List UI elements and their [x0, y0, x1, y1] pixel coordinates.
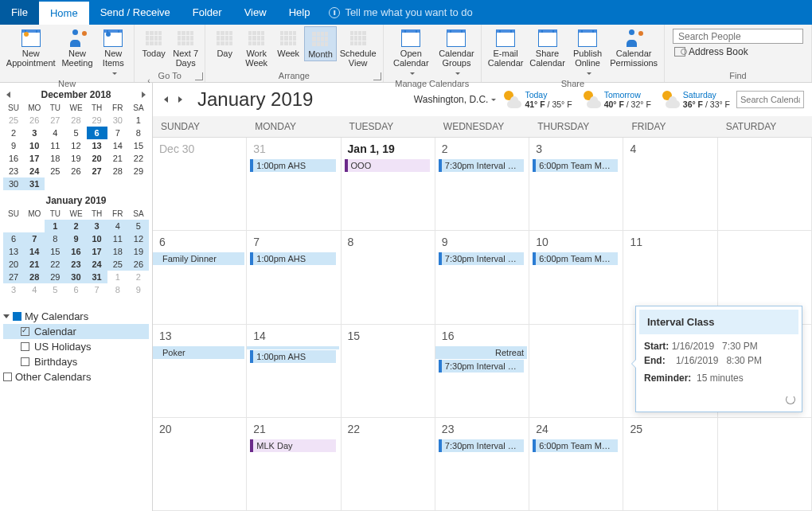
calendar-event[interactable]: 7:30pm Interval Class [439, 159, 524, 172]
mini-day[interactable]: 30 [3, 177, 24, 190]
ribbon-day[interactable]: Day [209, 26, 240, 60]
mini-day[interactable]: 7 [24, 232, 45, 245]
mini-day[interactable]: 31 [87, 271, 107, 283]
ribbon-e-mail-calendar[interactable]: E-mail Calendar [485, 26, 526, 69]
dialog-launcher-icon[interactable] [195, 72, 203, 80]
mini-day[interactable]: 5 [45, 283, 65, 296]
mini-day[interactable]: 28 [107, 165, 128, 177]
mini-day[interactable]: 19 [65, 152, 86, 165]
calendar-event[interactable]: Poker [153, 346, 244, 359]
ribbon-today[interactable]: Today [138, 26, 170, 60]
calendar-event[interactable]: 7:30pm Interval Class [439, 439, 524, 452]
mini-day[interactable]: 16 [3, 152, 24, 165]
mini-day[interactable]: 26 [65, 165, 86, 177]
search-people-input[interactable] [673, 29, 803, 44]
ribbon-new-appointment[interactable]: New Appointment [3, 26, 58, 69]
mini-day[interactable]: 25 [3, 114, 24, 127]
mini-day[interactable]: 25 [45, 165, 65, 177]
calendar-event[interactable]: 6:00pm Team Meeting; Zoom [533, 252, 618, 265]
calendar-event[interactable]: 6:00pm Team Meeting; Zoom [533, 439, 618, 452]
calendar-list-item[interactable]: Birthdays [3, 354, 149, 369]
mini-day[interactable]: 30 [65, 271, 86, 283]
tab-file[interactable]: File [0, 0, 39, 25]
day-cell[interactable]: 6Family Dinner [153, 231, 247, 323]
mini-day[interactable]: 5 [128, 220, 149, 232]
ribbon-open-calendar[interactable]: Open Calendar [387, 26, 435, 79]
calendar-event[interactable]: 1:00pm AHS [250, 159, 335, 172]
ribbon-publish-online[interactable]: Publish Online [568, 26, 607, 79]
mini-day[interactable]: 1 [128, 114, 149, 127]
mini-day[interactable]: 20 [87, 152, 107, 165]
mini-day[interactable]: 27 [87, 165, 107, 177]
my-calendars-header[interactable]: My Calendars [3, 309, 149, 324]
mini-day[interactable]: 22 [45, 258, 65, 271]
day-cell[interactable]: 13Poker [153, 325, 247, 417]
tell-me-search[interactable]: Tell me what you want to do [321, 0, 480, 25]
ribbon-share-calendar[interactable]: Share Calendar [526, 26, 568, 69]
mini-day[interactable]: 13 [3, 245, 24, 258]
day-cell[interactable] [718, 138, 812, 230]
mini-day[interactable]: 30 [107, 114, 128, 127]
mini-day[interactable]: 29 [45, 271, 65, 283]
mini-day[interactable]: 3 [24, 127, 45, 139]
calendar-event[interactable]: 7:30pm Interval Class [439, 252, 524, 265]
calendar-event[interactable] [247, 346, 338, 349]
calendar-event[interactable]: 6:00pm Team Meeting; Zoom [533, 159, 618, 172]
calendar-event[interactable]: OOO [345, 159, 430, 172]
mini-day[interactable]: 7 [87, 283, 107, 296]
day-cell[interactable]: 8 [342, 231, 435, 323]
mini-day[interactable]: 4 [24, 283, 45, 296]
mini-day[interactable]: 7 [107, 127, 128, 139]
mini-day[interactable]: 24 [87, 258, 107, 271]
mini-day[interactable]: 17 [87, 245, 107, 258]
mini-day[interactable]: 8 [45, 232, 65, 245]
weather-location[interactable]: Washington, D.C. [414, 94, 497, 105]
mini-day[interactable]: 15 [128, 139, 149, 152]
mini-day[interactable]: 29 [87, 114, 107, 127]
mini-day[interactable]: 4 [107, 220, 128, 232]
mini-day[interactable]: 28 [65, 114, 86, 127]
mini-day[interactable]: 9 [128, 283, 149, 296]
tab-send-receive[interactable]: Send / Receive [89, 0, 182, 25]
mini-day[interactable]: 5 [65, 127, 86, 139]
day-cell[interactable]: 16Retreat7:30pm Interval Class [435, 325, 529, 417]
checkbox-icon[interactable] [21, 357, 29, 366]
search-calendar-input[interactable] [736, 91, 804, 108]
day-cell[interactable]: Jan 1, 19OOO [342, 138, 435, 230]
address-book-button[interactable]: Address Book [673, 45, 803, 58]
mini-day[interactable]: 2 [128, 271, 149, 283]
next-month-icon[interactable] [142, 92, 146, 98]
mini-day[interactable]: 27 [45, 114, 65, 127]
day-cell[interactable]: 246:00pm Team Meeting; Zoom [529, 418, 623, 510]
ribbon-work-week[interactable]: Work Week [240, 26, 272, 69]
mini-day[interactable]: 2 [65, 220, 86, 232]
day-cell[interactable]: 106:00pm Team Meeting; Zoom [529, 231, 623, 323]
mini-day[interactable]: 23 [3, 165, 24, 177]
dialog-launcher-icon[interactable] [373, 72, 381, 80]
mini-day[interactable]: 15 [45, 245, 65, 258]
day-cell[interactable]: 311:00pm AHS [247, 138, 341, 230]
mini-day[interactable]: 9 [3, 139, 24, 152]
mini-day[interactable]: 3 [87, 220, 107, 232]
mini-day[interactable]: 31 [24, 177, 45, 190]
calendar-list-item[interactable]: Calendar [3, 324, 149, 339]
mini-day[interactable]: 27 [3, 271, 24, 283]
calendar-event[interactable]: 7:30pm Interval Class [439, 360, 524, 373]
next-month-button[interactable] [175, 94, 186, 105]
mini-day[interactable]: 22 [128, 152, 149, 165]
mini-day[interactable]: 1 [107, 271, 128, 283]
day-cell[interactable]: 97:30pm Interval Class [435, 231, 529, 323]
ribbon-calendar-permissions[interactable]: Calendar Permissions [607, 26, 661, 69]
mini-day[interactable]: 12 [128, 232, 149, 245]
mini-day[interactable]: 9 [65, 232, 86, 245]
mini-day[interactable]: 8 [128, 127, 149, 139]
ribbon-week[interactable]: Week [272, 26, 304, 60]
calendar-event[interactable]: 1:00pm AHS [250, 350, 335, 363]
mini-day[interactable]: 23 [65, 258, 86, 271]
day-cell[interactable]: 27:30pm Interval Class [435, 138, 529, 230]
mini-day[interactable]: 2 [3, 127, 24, 139]
tab-view[interactable]: View [233, 0, 278, 25]
calendar-event[interactable]: Retreat [435, 346, 527, 359]
calendar-event[interactable]: Family Dinner [153, 252, 244, 265]
mini-day[interactable]: 16 [65, 245, 86, 258]
